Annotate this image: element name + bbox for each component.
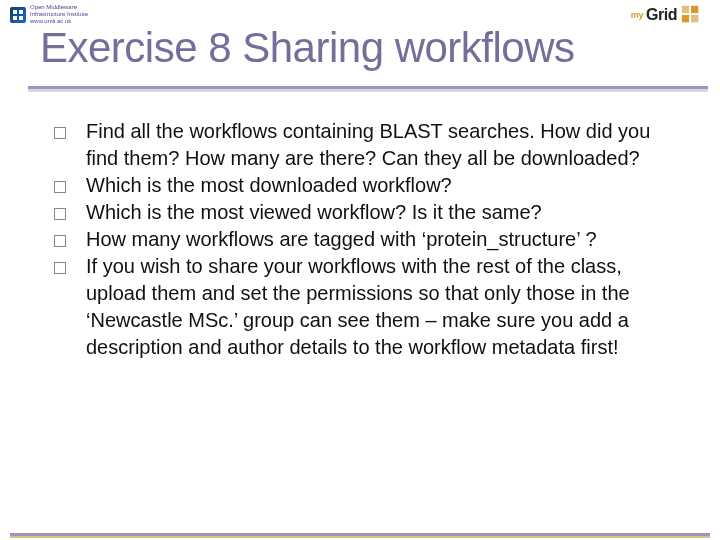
logo-omii: Open Middleware Infrastructure Institute… — [10, 4, 88, 25]
list-item: Which is the most downloaded workflow? — [54, 172, 670, 199]
list-item: Which is the most viewed workflow? Is it… — [54, 199, 670, 226]
question-list: Find all the workflows containing BLAST … — [54, 118, 670, 361]
svg-rect-2 — [13, 16, 17, 20]
list-item: Find all the workflows containing BLAST … — [54, 118, 670, 172]
mygrid-my: my — [631, 10, 643, 20]
svg-rect-5 — [691, 5, 698, 12]
svg-rect-3 — [19, 16, 23, 20]
list-item: How many workflows are tagged with ‘prot… — [54, 226, 670, 253]
slide: Open Middleware Infrastructure Institute… — [0, 0, 720, 540]
list-item: If you wish to share your workflows with… — [54, 253, 670, 361]
svg-rect-7 — [691, 15, 698, 22]
header: Open Middleware Infrastructure Institute… — [0, 0, 720, 26]
title-underline — [28, 86, 708, 89]
page-title: Exercise 8 Sharing workflows — [40, 24, 575, 72]
svg-rect-6 — [682, 15, 689, 22]
footer-rule — [0, 530, 720, 540]
omii-line2: Infrastructure Institute — [30, 11, 88, 18]
grid-icon — [680, 4, 702, 26]
svg-rect-0 — [13, 10, 17, 14]
svg-rect-4 — [682, 5, 689, 12]
svg-rect-1 — [19, 10, 23, 14]
omii-line1: Open Middleware — [30, 4, 88, 11]
omii-icon — [10, 7, 26, 23]
logo-mygrid: my Grid — [631, 4, 702, 26]
omii-text: Open Middleware Infrastructure Institute… — [30, 4, 88, 25]
body: Find all the workflows containing BLAST … — [54, 118, 670, 361]
mygrid-grid: Grid — [646, 6, 677, 24]
